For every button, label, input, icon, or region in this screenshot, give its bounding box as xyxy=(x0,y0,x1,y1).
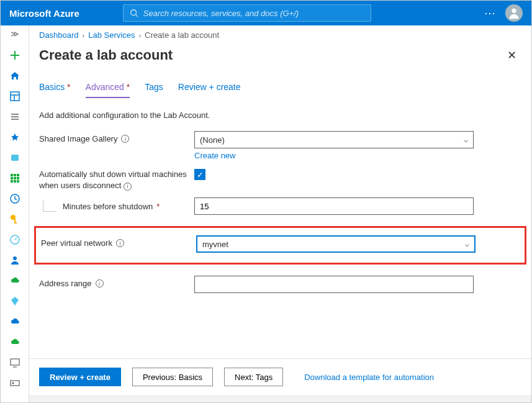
brand-logo[interactable]: Microsoft Azure xyxy=(9,8,79,19)
search-input[interactable] xyxy=(143,9,364,18)
expand-nav-icon[interactable]: ≫ xyxy=(11,29,19,38)
gauge-icon[interactable] xyxy=(9,233,21,246)
shared-image-gallery-label: Shared Image Gallery xyxy=(39,134,117,143)
download-template-link[interactable]: Download a template for automation xyxy=(304,373,434,382)
resource-icon-1[interactable] xyxy=(9,152,21,164)
info-icon[interactable]: i xyxy=(116,239,124,247)
search-icon xyxy=(130,9,138,17)
svg-point-26 xyxy=(13,256,17,260)
all-services-icon[interactable] xyxy=(9,111,21,123)
breadcrumb: Dashboard › Lab Services › Create a lab … xyxy=(29,25,531,43)
svg-line-1 xyxy=(135,15,138,17)
page-title: Create a lab account xyxy=(39,47,173,63)
svg-rect-15 xyxy=(11,177,13,179)
horizontal-scrollbar[interactable] xyxy=(29,395,531,402)
review-create-button[interactable]: Review + create xyxy=(39,368,121,386)
home-icon[interactable] xyxy=(9,70,21,82)
next-button[interactable]: Next: Tags xyxy=(224,368,283,386)
svg-point-30 xyxy=(12,383,14,384)
auto-shutdown-label: Automatically shut down virtual machines… xyxy=(39,170,187,190)
svg-point-0 xyxy=(131,10,137,16)
svg-rect-14 xyxy=(17,174,19,176)
minutes-before-shutdown-label: Minutes before shutdown xyxy=(63,202,153,211)
svg-rect-17 xyxy=(17,177,19,179)
svg-rect-27 xyxy=(11,359,19,365)
wizard-footer: Review + create Previous: Basics Next: T… xyxy=(29,358,531,395)
svg-rect-16 xyxy=(14,177,16,179)
user-avatar[interactable] xyxy=(505,4,523,22)
favorites-icon[interactable] xyxy=(9,131,21,143)
form-description: Add additional configuration to the Lab … xyxy=(39,111,521,120)
svg-rect-11 xyxy=(11,155,19,161)
key-icon[interactable] xyxy=(9,213,21,225)
info-icon[interactable]: i xyxy=(121,135,129,143)
cloud-icon-3[interactable] xyxy=(9,336,21,348)
settings-icon[interactable] xyxy=(9,377,21,389)
cloud-icon-2[interactable] xyxy=(9,315,21,328)
create-resource-icon[interactable] xyxy=(9,49,21,61)
global-search[interactable] xyxy=(123,4,371,22)
shared-image-gallery-select[interactable]: (None) ⌵ xyxy=(194,131,474,148)
peer-vnet-value: myvnet xyxy=(202,240,228,249)
recent-icon[interactable] xyxy=(9,192,21,205)
svg-rect-20 xyxy=(17,180,19,183)
auto-shutdown-checkbox[interactable]: ✓ xyxy=(194,169,205,180)
chevron-down-icon: ⌵ xyxy=(465,240,469,248)
info-icon[interactable]: i xyxy=(124,183,132,191)
svg-rect-18 xyxy=(11,180,13,183)
dashboard-icon[interactable] xyxy=(9,90,21,102)
chevron-down-icon: ⌵ xyxy=(464,135,468,144)
address-range-input[interactable] xyxy=(194,276,474,293)
resource-icon-2[interactable] xyxy=(9,172,21,184)
chevron-right-icon: › xyxy=(83,32,85,39)
create-new-link[interactable]: Create new xyxy=(194,151,235,160)
address-range-label: Address range xyxy=(39,279,92,288)
tab-basics[interactable]: Basics xyxy=(39,78,71,98)
top-header: Microsoft Azure ⋯ xyxy=(1,1,531,25)
tab-bar: Basics Advanced Tags Review + create xyxy=(39,78,521,98)
tab-review-create[interactable]: Review + create xyxy=(178,78,241,98)
previous-button[interactable]: Previous: Basics xyxy=(132,368,213,386)
diamond-icon[interactable] xyxy=(9,295,21,307)
breadcrumb-current: Create a lab account xyxy=(145,30,219,40)
highlight-peer-vnet: Peer virtual network i myvnet ⌵ xyxy=(34,226,526,265)
breadcrumb-lab-services[interactable]: Lab Services xyxy=(88,30,135,40)
peer-vnet-label: Peer virtual network xyxy=(41,238,112,248)
minutes-before-shutdown-input[interactable] xyxy=(194,197,474,215)
user-icon[interactable] xyxy=(9,254,21,266)
svg-rect-29 xyxy=(11,381,19,386)
svg-rect-13 xyxy=(14,174,16,176)
svg-rect-24 xyxy=(14,222,17,224)
tab-tags[interactable]: Tags xyxy=(145,78,163,98)
breadcrumb-dashboard[interactable]: Dashboard xyxy=(39,30,79,40)
chevron-right-icon: › xyxy=(138,32,141,39)
tab-advanced[interactable]: Advanced xyxy=(86,78,130,98)
left-nav: ≫ xyxy=(1,25,29,402)
peer-vnet-select[interactable]: myvnet ⌵ xyxy=(196,235,476,253)
more-menu-icon[interactable]: ⋯ xyxy=(484,6,497,20)
info-icon[interactable]: i xyxy=(96,279,104,288)
tree-connector xyxy=(43,201,56,212)
monitor-icon[interactable] xyxy=(9,356,21,369)
required-indicator: * xyxy=(156,202,160,211)
svg-rect-12 xyxy=(11,174,13,176)
cloud-icon-1[interactable] xyxy=(9,274,21,287)
svg-rect-5 xyxy=(11,92,19,101)
shared-image-gallery-value: (None) xyxy=(200,135,225,145)
svg-rect-19 xyxy=(14,180,16,183)
close-button[interactable]: ✕ xyxy=(502,46,521,65)
svg-point-2 xyxy=(512,9,516,13)
